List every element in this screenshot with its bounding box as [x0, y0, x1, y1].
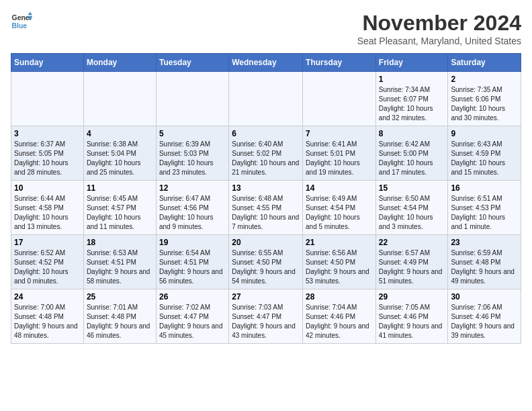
- day-number: 29: [379, 292, 445, 302]
- calendar-cell: 17Sunrise: 6:52 AM Sunset: 4:52 PM Dayli…: [11, 235, 84, 289]
- calendar-cell: 2Sunrise: 7:35 AM Sunset: 6:06 PM Daylig…: [448, 72, 521, 126]
- svg-text:Blue: Blue: [12, 22, 28, 30]
- day-info: Sunrise: 7:05 AM Sunset: 4:46 PM Dayligh…: [379, 303, 445, 340]
- day-number: 30: [451, 292, 518, 302]
- calendar-cell: [229, 72, 303, 126]
- day-info: Sunrise: 6:48 AM Sunset: 4:55 PM Dayligh…: [232, 194, 300, 232]
- logo-icon: General Blue: [11, 11, 32, 32]
- day-number: 3: [14, 129, 81, 138]
- calendar-cell: 7Sunrise: 6:41 AM Sunset: 5:01 PM Daylig…: [303, 126, 376, 181]
- day-number: 27: [232, 292, 300, 302]
- day-info: Sunrise: 6:43 AM Sunset: 4:59 PM Dayligh…: [451, 140, 518, 177]
- day-info: Sunrise: 6:45 AM Sunset: 4:57 PM Dayligh…: [87, 194, 153, 232]
- day-number: 23: [451, 238, 518, 247]
- day-info: Sunrise: 7:34 AM Sunset: 6:07 PM Dayligh…: [379, 85, 445, 123]
- weekday-header: Tuesday: [156, 54, 228, 72]
- weekday-header: Sunday: [11, 54, 84, 72]
- day-info: Sunrise: 7:02 AM Sunset: 4:47 PM Dayligh…: [159, 303, 226, 340]
- day-number: 11: [87, 183, 153, 193]
- day-number: 8: [379, 129, 445, 138]
- day-number: 7: [306, 129, 373, 138]
- day-info: Sunrise: 6:53 AM Sunset: 4:51 PM Dayligh…: [87, 248, 153, 286]
- calendar-cell: 8Sunrise: 6:42 AM Sunset: 5:00 PM Daylig…: [375, 126, 448, 181]
- calendar-cell: 25Sunrise: 7:01 AM Sunset: 4:48 PM Dayli…: [83, 289, 156, 344]
- calendar-cell: 29Sunrise: 7:05 AM Sunset: 4:46 PM Dayli…: [375, 289, 448, 344]
- calendar-cell: 11Sunrise: 6:45 AM Sunset: 4:57 PM Dayli…: [83, 181, 156, 235]
- calendar-cell: 22Sunrise: 6:57 AM Sunset: 4:49 PM Dayli…: [375, 235, 448, 289]
- calendar-cell: 20Sunrise: 6:55 AM Sunset: 4:50 PM Dayli…: [229, 235, 303, 289]
- calendar-cell: 5Sunrise: 6:39 AM Sunset: 5:03 PM Daylig…: [156, 126, 228, 181]
- day-info: Sunrise: 6:39 AM Sunset: 5:03 PM Dayligh…: [159, 140, 226, 177]
- day-number: 17: [14, 238, 81, 247]
- day-info: Sunrise: 7:04 AM Sunset: 4:46 PM Dayligh…: [306, 303, 373, 340]
- location-title: Seat Pleasant, Maryland, United States: [357, 36, 521, 46]
- calendar-cell: 12Sunrise: 6:47 AM Sunset: 4:56 PM Dayli…: [156, 181, 228, 235]
- day-info: Sunrise: 6:41 AM Sunset: 5:01 PM Dayligh…: [306, 140, 373, 177]
- day-info: Sunrise: 6:44 AM Sunset: 4:58 PM Dayligh…: [14, 194, 81, 232]
- calendar-week-row: 24Sunrise: 7:00 AM Sunset: 4:48 PM Dayli…: [11, 289, 521, 344]
- calendar-cell: 24Sunrise: 7:00 AM Sunset: 4:48 PM Dayli…: [11, 289, 84, 344]
- weekday-header: Friday: [375, 54, 448, 72]
- day-info: Sunrise: 6:56 AM Sunset: 4:50 PM Dayligh…: [306, 248, 373, 286]
- calendar-table: SundayMondayTuesdayWednesdayThursdayFrid…: [11, 53, 521, 344]
- weekday-header: Thursday: [303, 54, 376, 72]
- day-number: 1: [379, 75, 445, 84]
- day-number: 9: [451, 129, 518, 138]
- day-info: Sunrise: 7:03 AM Sunset: 4:47 PM Dayligh…: [232, 303, 300, 340]
- day-number: 20: [232, 238, 300, 247]
- day-number: 15: [379, 183, 445, 193]
- month-title: November 2024: [357, 11, 521, 36]
- day-number: 13: [232, 183, 300, 193]
- calendar-cell: [156, 72, 228, 126]
- svg-marker-2: [28, 12, 32, 15]
- day-number: 5: [159, 129, 226, 138]
- day-number: 14: [306, 183, 373, 193]
- day-info: Sunrise: 6:51 AM Sunset: 4:53 PM Dayligh…: [451, 194, 518, 232]
- calendar-cell: 19Sunrise: 6:54 AM Sunset: 4:51 PM Dayli…: [156, 235, 228, 289]
- day-number: 19: [159, 238, 226, 247]
- calendar-cell: 23Sunrise: 6:59 AM Sunset: 4:48 PM Dayli…: [448, 235, 521, 289]
- day-info: Sunrise: 6:52 AM Sunset: 4:52 PM Dayligh…: [14, 248, 81, 286]
- day-info: Sunrise: 6:55 AM Sunset: 4:50 PM Dayligh…: [232, 248, 300, 286]
- weekday-header: Saturday: [448, 54, 521, 72]
- calendar-cell: 16Sunrise: 6:51 AM Sunset: 4:53 PM Dayli…: [448, 181, 521, 235]
- calendar-cell: 3Sunrise: 6:37 AM Sunset: 5:05 PM Daylig…: [11, 126, 84, 181]
- day-number: 26: [159, 292, 226, 302]
- day-info: Sunrise: 7:01 AM Sunset: 4:48 PM Dayligh…: [87, 303, 153, 340]
- day-number: 16: [451, 183, 518, 193]
- day-info: Sunrise: 6:54 AM Sunset: 4:51 PM Dayligh…: [159, 248, 226, 286]
- header: General Blue November 2024 Seat Pleasant…: [11, 11, 521, 46]
- day-info: Sunrise: 6:57 AM Sunset: 4:49 PM Dayligh…: [379, 248, 445, 286]
- day-number: 6: [232, 129, 300, 138]
- calendar-cell: 10Sunrise: 6:44 AM Sunset: 4:58 PM Dayli…: [11, 181, 84, 235]
- calendar-cell: 9Sunrise: 6:43 AM Sunset: 4:59 PM Daylig…: [448, 126, 521, 181]
- calendar-cell: [83, 72, 156, 126]
- day-info: Sunrise: 6:38 AM Sunset: 5:04 PM Dayligh…: [87, 140, 153, 177]
- calendar-cell: [303, 72, 376, 126]
- calendar-week-row: 10Sunrise: 6:44 AM Sunset: 4:58 PM Dayli…: [11, 181, 521, 235]
- day-number: 4: [87, 129, 153, 138]
- calendar-cell: 1Sunrise: 7:34 AM Sunset: 6:07 PM Daylig…: [375, 72, 448, 126]
- day-info: Sunrise: 6:59 AM Sunset: 4:48 PM Dayligh…: [451, 248, 518, 286]
- day-number: 18: [87, 238, 153, 247]
- day-number: 10: [14, 183, 81, 193]
- day-info: Sunrise: 6:42 AM Sunset: 5:00 PM Dayligh…: [379, 140, 445, 177]
- weekday-header: Monday: [83, 54, 156, 72]
- day-number: 2: [451, 75, 518, 84]
- weekday-header-row: SundayMondayTuesdayWednesdayThursdayFrid…: [11, 54, 521, 72]
- weekday-header: Wednesday: [229, 54, 303, 72]
- calendar-cell: 27Sunrise: 7:03 AM Sunset: 4:47 PM Dayli…: [229, 289, 303, 344]
- day-number: 24: [14, 292, 81, 302]
- calendar-cell: [11, 72, 84, 126]
- day-number: 28: [306, 292, 373, 302]
- calendar-cell: 18Sunrise: 6:53 AM Sunset: 4:51 PM Dayli…: [83, 235, 156, 289]
- day-info: Sunrise: 6:49 AM Sunset: 4:54 PM Dayligh…: [306, 194, 373, 232]
- day-info: Sunrise: 6:40 AM Sunset: 5:02 PM Dayligh…: [232, 140, 300, 177]
- calendar-week-row: 17Sunrise: 6:52 AM Sunset: 4:52 PM Dayli…: [11, 235, 521, 289]
- day-number: 21: [306, 238, 373, 247]
- day-info: Sunrise: 7:00 AM Sunset: 4:48 PM Dayligh…: [14, 303, 81, 340]
- calendar-week-row: 3Sunrise: 6:37 AM Sunset: 5:05 PM Daylig…: [11, 126, 521, 181]
- calendar-cell: 13Sunrise: 6:48 AM Sunset: 4:55 PM Dayli…: [229, 181, 303, 235]
- logo: General Blue: [11, 11, 32, 32]
- title-area: November 2024 Seat Pleasant, Maryland, U…: [357, 11, 521, 46]
